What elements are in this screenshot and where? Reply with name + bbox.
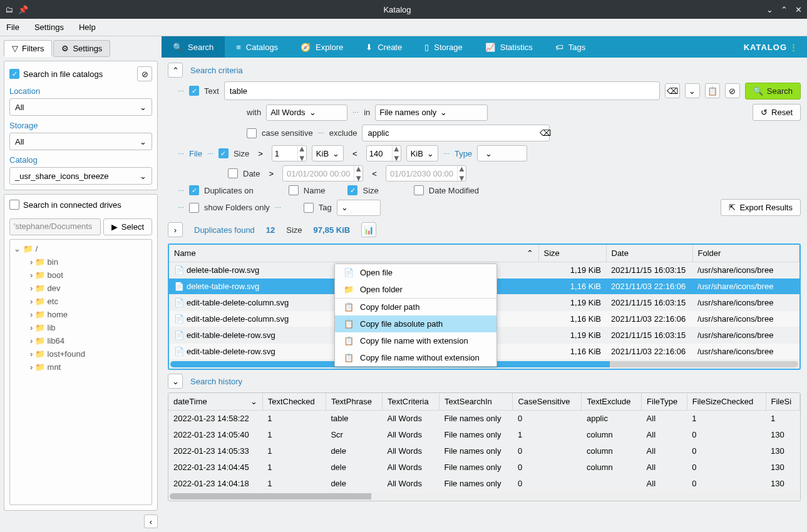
tag-checkbox[interactable] bbox=[304, 203, 314, 213]
history-col[interactable]: FileSizeChecked bbox=[687, 393, 766, 411]
history-row[interactable]: 2022-01-23 14:05:401ScrAll WordsFile nam… bbox=[168, 427, 800, 443]
date-to[interactable]: 01/01/2030 00:00▲▼ bbox=[386, 165, 466, 182]
type-select[interactable]: ⌄ bbox=[477, 145, 527, 161]
size-to-spin[interactable]: ▲▼ bbox=[366, 145, 401, 161]
toolbar-catalogs[interactable]: ≡ Catalogs bbox=[225, 36, 289, 58]
tree-item[interactable]: › 📁 home bbox=[13, 308, 149, 321]
toolbar-explore[interactable]: 🧭 Explore bbox=[289, 36, 354, 58]
case-sensitive-checkbox[interactable] bbox=[247, 128, 257, 138]
tree-item[interactable]: › 📁 etc bbox=[13, 295, 149, 308]
size-from-spin[interactable]: ▲▼ bbox=[272, 145, 307, 161]
history-col[interactable]: FileType bbox=[642, 393, 687, 411]
folder-tree[interactable]: ⌄ 📁 / › 📁 bin› 📁 boot› 📁 dev› 📁 etc› 📁 h… bbox=[9, 239, 152, 505]
ctx-copy-name-ext[interactable]: 📋 Copy file name with extension bbox=[335, 332, 496, 349]
collapse-left-panel-button[interactable]: ‹ bbox=[144, 514, 158, 528]
size-to-input[interactable] bbox=[367, 149, 392, 158]
history-col[interactable]: TextChecked bbox=[262, 393, 326, 411]
size-dup-checkbox[interactable]: ✓ bbox=[347, 185, 357, 195]
menu-settings[interactable]: Settings bbox=[34, 23, 64, 32]
tag-select[interactable]: ⌄ bbox=[337, 200, 381, 216]
tab-settings[interactable]: ⚙ Settings bbox=[53, 40, 110, 57]
menu-help[interactable]: Help bbox=[79, 23, 96, 32]
toolbar-storage[interactable]: ▯ Storage bbox=[413, 36, 474, 58]
path-input[interactable]: 'stephane/Documents bbox=[9, 218, 101, 235]
toolbar-statistics[interactable]: 📈 Statistics bbox=[474, 36, 544, 58]
toolbar-tags[interactable]: 🏷 Tags bbox=[544, 36, 597, 58]
history-dropdown-icon[interactable]: ⌄ bbox=[685, 83, 700, 98]
size-checkbox[interactable]: ✓ bbox=[218, 148, 229, 158]
date-checkbox[interactable] bbox=[228, 168, 238, 178]
search-button[interactable]: 🔍 Search bbox=[745, 83, 801, 100]
toolbar-search[interactable]: 🔍 Search bbox=[162, 36, 225, 58]
maximize-icon[interactable]: ⌃ bbox=[781, 5, 788, 14]
history-h-scrollbar[interactable] bbox=[170, 493, 799, 499]
paste-icon[interactable]: 📋 bbox=[705, 83, 720, 98]
tree-item[interactable]: › 📁 boot bbox=[13, 269, 149, 282]
col-folder[interactable]: Folder bbox=[692, 245, 799, 262]
name-checkbox[interactable] bbox=[289, 185, 299, 195]
menu-file[interactable]: File bbox=[6, 23, 19, 32]
collapse-criteria-button[interactable]: ⌃ bbox=[168, 63, 183, 78]
size-to-unit[interactable]: KiB ⌄ bbox=[406, 145, 438, 161]
date-from[interactable]: 01/01/2000 00:00▲▼ bbox=[282, 165, 363, 182]
catalog-select[interactable]: _usr_share_icons_breeze⌄ bbox=[9, 167, 152, 185]
pin-icon[interactable]: 📌 bbox=[18, 5, 28, 14]
chart-icon[interactable]: 📊 bbox=[361, 222, 376, 237]
with-select[interactable]: All Words ⌄ bbox=[266, 105, 347, 121]
col-name[interactable]: Name ⌃ bbox=[169, 245, 538, 262]
duplicates-checkbox[interactable]: ✓ bbox=[189, 185, 199, 195]
location-select[interactable]: All⌄ bbox=[9, 98, 152, 116]
in-select[interactable]: File names only ⌄ bbox=[375, 105, 488, 121]
history-col[interactable]: TextCriteria bbox=[383, 393, 439, 411]
history-row[interactable]: 2022-01-23 14:58:221tableAll WordsFile n… bbox=[168, 411, 800, 427]
close-icon[interactable]: ✕ bbox=[795, 5, 802, 14]
reset-button[interactable]: ↺ Reset bbox=[753, 104, 801, 121]
history-row[interactable]: 2022-01-23 14:05:331deleAll WordsFile na… bbox=[168, 443, 800, 459]
size-from-input[interactable] bbox=[272, 149, 297, 158]
search-in-drives-checkbox[interactable] bbox=[9, 200, 19, 210]
storage-select[interactable]: All⌄ bbox=[9, 133, 152, 150]
tree-item[interactable]: › 📁 lib64 bbox=[13, 334, 149, 347]
clear-search-icon[interactable]: ⊘ bbox=[725, 83, 740, 98]
ctx-copy-name-noext[interactable]: 📋 Copy file name without extension bbox=[335, 349, 496, 366]
tree-item[interactable]: › 📁 mnt bbox=[13, 361, 149, 374]
history-col[interactable]: TextExclude bbox=[582, 393, 642, 411]
select-path-button[interactable]: ▶ Select bbox=[103, 218, 152, 235]
ctx-open-folder[interactable]: 📁 Open folder bbox=[335, 281, 496, 298]
history-col[interactable]: TextPhrase bbox=[326, 393, 382, 411]
history-col[interactable]: dateTime ⌄ bbox=[168, 393, 262, 411]
search-text-input[interactable] bbox=[224, 81, 660, 100]
tab-filters[interactable]: ▽ Filters bbox=[4, 40, 52, 57]
ctx-copy-folder-path[interactable]: 📋 Copy folder path bbox=[335, 299, 496, 315]
tree-root[interactable]: ⌄ 📁 / bbox=[13, 242, 149, 255]
search-in-catalogs-checkbox[interactable]: ✓ bbox=[9, 69, 19, 79]
col-size[interactable]: Size bbox=[538, 245, 606, 262]
col-date[interactable]: Date bbox=[606, 245, 692, 262]
minimize-icon[interactable]: ⌄ bbox=[766, 5, 773, 14]
history-row[interactable]: 2022-01-23 14:04:451deleAll WordsFile na… bbox=[168, 459, 800, 476]
menubar: File Settings Help bbox=[0, 19, 807, 36]
history-col[interactable]: FileSi bbox=[766, 393, 799, 411]
exclude-input[interactable] bbox=[362, 125, 550, 141]
expand-results-button[interactable]: › bbox=[168, 222, 183, 237]
clear-filters-icon[interactable]: ⊘ bbox=[137, 66, 152, 81]
collapse-history-button[interactable]: ⌄ bbox=[168, 374, 183, 389]
clear-exclude-icon[interactable]: ⌫ bbox=[540, 128, 551, 138]
folders-only-checkbox[interactable] bbox=[189, 203, 199, 213]
toolbar-create[interactable]: ⬇ Create bbox=[354, 36, 413, 58]
text-checkbox[interactable]: ✓ bbox=[189, 86, 199, 96]
with-value: All Words bbox=[270, 108, 305, 117]
export-results-button[interactable]: ⇱ Export Results bbox=[721, 199, 801, 216]
datemod-checkbox[interactable] bbox=[414, 185, 424, 195]
tree-item[interactable]: › 📁 lib bbox=[13, 321, 149, 334]
tree-item[interactable]: › 📁 lost+found bbox=[13, 347, 149, 361]
history-row[interactable]: 2022-01-23 14:04:181deleAll WordsFile na… bbox=[168, 476, 800, 492]
tree-item[interactable]: › 📁 dev bbox=[13, 282, 149, 295]
tree-item[interactable]: › 📁 bin bbox=[13, 255, 149, 269]
ctx-copy-abs-path[interactable]: 📋 Copy file absolute path bbox=[335, 315, 496, 332]
size-from-unit[interactable]: KiB ⌄ bbox=[312, 145, 344, 161]
clear-text-icon[interactable]: ⌫ bbox=[665, 83, 680, 98]
history-col[interactable]: TextSearchIn bbox=[439, 393, 513, 411]
ctx-open-file[interactable]: 📄 Open file bbox=[335, 264, 496, 281]
history-col[interactable]: CaseSensitive bbox=[513, 393, 582, 411]
